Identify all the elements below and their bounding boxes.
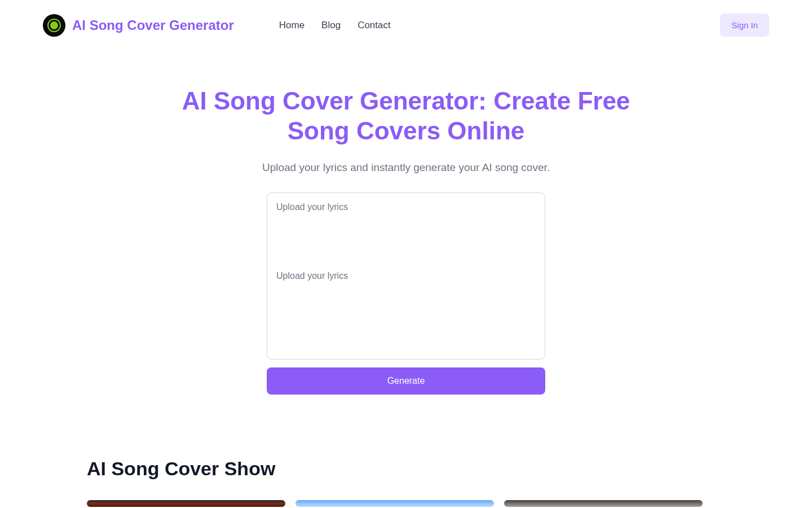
hero-title: AI Song Cover Generator: Create Free Son… — [175, 86, 637, 146]
nav-blog[interactable]: Blog — [321, 20, 341, 31]
lyrics-input[interactable] — [267, 193, 545, 359]
hero: AI Song Cover Generator: Create Free Son… — [0, 50, 812, 395]
brand-name: AI Song Cover Generator — [72, 17, 234, 33]
sign-in-button[interactable]: Sign In — [720, 14, 769, 37]
showcase-card[interactable] — [295, 500, 494, 507]
header: AI Song Cover Generator Home Blog Contac… — [0, 0, 812, 50]
logo-icon — [43, 14, 65, 37]
showcase-grid — [87, 500, 725, 507]
nav-home[interactable]: Home — [279, 20, 304, 31]
showcase-card[interactable] — [504, 500, 703, 507]
header-right: Sign In — [720, 14, 769, 37]
showcase-card[interactable] — [87, 500, 285, 507]
generate-button[interactable]: Generate — [267, 367, 545, 395]
showcase-title: AI Song Cover Show — [87, 458, 725, 480]
header-left-wrapper: AI Song Cover Generator Home Blog Contac… — [43, 14, 391, 37]
brand[interactable]: AI Song Cover Generator — [43, 14, 234, 37]
nav-links: Home Blog Contact — [279, 20, 391, 31]
nav-contact[interactable]: Contact — [358, 20, 391, 31]
lyrics-input-wrapper[interactable]: Upload your lyrics — [267, 192, 545, 360]
showcase-section: AI Song Cover Show — [0, 395, 812, 507]
hero-subtitle: Upload your lyrics and instantly generat… — [262, 160, 550, 176]
